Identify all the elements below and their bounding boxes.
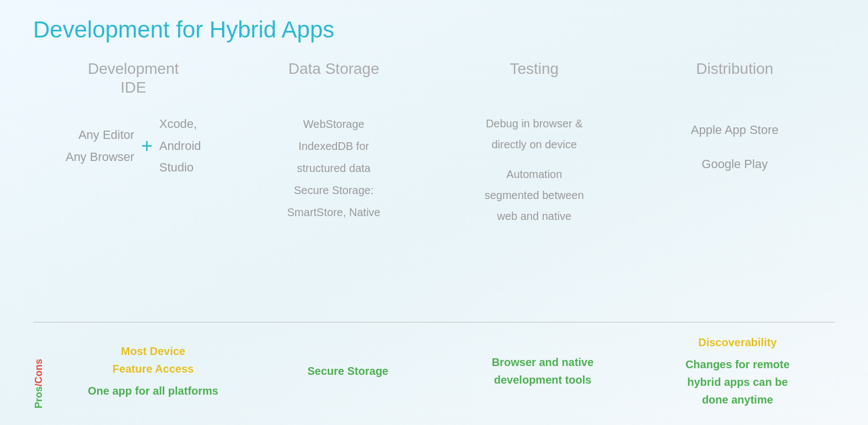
- col3-header-container: Testing: [434, 60, 635, 78]
- google-play-label: Google Play: [640, 147, 830, 181]
- automation-label: Automationsegmented betweenweb and nativ…: [440, 164, 629, 227]
- testing-column: Debug in browser &directly on device Aut…: [434, 113, 635, 227]
- section-divider: [33, 322, 835, 322]
- any-editor-label: Any Editor: [66, 124, 135, 146]
- indexeddb-label: IndexedDB forstructured data: [239, 135, 429, 179]
- page-title: Development for Hybrid Apps: [33, 17, 835, 43]
- debug-label: Debug in browser &directly on device: [440, 113, 629, 155]
- secure-storage-label: Secure Storage:SmartStore, Native: [239, 179, 429, 223]
- pros-cons-label: Pros/Cons: [33, 333, 45, 408]
- main-container: Development for Hybrid Apps DevelopmentI…: [0, 0, 868, 425]
- pros-label: Pros: [33, 386, 45, 408]
- distribution-content: Apple App Store Google Play: [640, 113, 830, 181]
- col2-header: Data Storage: [234, 60, 435, 78]
- col1-header: DevelopmentIDE: [33, 60, 234, 96]
- apple-app-store-label: Apple App Store: [640, 113, 830, 147]
- dev-ide-right: Xcode, Android Studio: [159, 113, 201, 179]
- data-storage-content: WebStorage IndexedDB forstructured data …: [239, 113, 429, 223]
- dev-ide-con-text: Most DeviceFeature Access: [112, 342, 194, 378]
- distribution-pro-text: Changes for remotehybrid apps can bedone…: [685, 356, 790, 408]
- col4-header: Distribution: [635, 60, 835, 78]
- dev-ide-left: Any Editor Any Browser: [66, 124, 135, 168]
- any-browser-label: Any Browser: [66, 146, 135, 168]
- headers-row: DevelopmentIDE Data Storage Testing Dist…: [33, 60, 835, 96]
- top-section: DevelopmentIDE Data Storage Testing Dist…: [33, 60, 835, 311]
- data-storage-pro-text: Secure Storage: [256, 362, 440, 380]
- bottom-cols: Most DeviceFeature Access One app for al…: [56, 333, 835, 408]
- cons-label: Cons: [33, 359, 45, 384]
- pros-cons-section: Pros/Cons Most DeviceFeature Access One …: [33, 333, 835, 414]
- webstorage-label: WebStorage: [239, 113, 429, 135]
- distribution-con-text: Discoverability: [698, 333, 776, 351]
- data-storage-pros: Secure Storage: [250, 333, 445, 408]
- dev-ide-pro-text: One app for all platforms: [88, 382, 218, 400]
- col1-header-container: DevelopmentIDE: [33, 60, 234, 96]
- android-label: Android: [159, 135, 201, 157]
- xcode-label: Xcode,: [159, 113, 201, 135]
- testing-pro-text: Browser and nativedevelopment tools: [451, 353, 635, 389]
- testing-pros: Browser and nativedevelopment tools: [446, 333, 640, 408]
- distribution-pros-cons: Discoverability Changes for remotehybrid…: [640, 333, 835, 408]
- slash-label: /: [33, 384, 45, 386]
- dev-ide-column: Any Editor Any Browser + Xcode, Android …: [33, 113, 234, 179]
- testing-content: Debug in browser &directly on device Aut…: [440, 113, 629, 227]
- plus-icon: +: [141, 131, 153, 161]
- dev-ide-pros: Most DeviceFeature Access One app for al…: [56, 333, 250, 408]
- studio-label: Studio: [159, 157, 201, 179]
- data-storage-column: WebStorage IndexedDB forstructured data …: [234, 113, 435, 223]
- dev-ide-pros-content: Most DeviceFeature Access One app for al…: [61, 342, 245, 400]
- col2-header-container: Data Storage: [234, 60, 435, 78]
- col4-header-container: Distribution: [635, 60, 835, 78]
- content-row: Any Editor Any Browser + Xcode, Android …: [33, 113, 835, 311]
- col3-header: Testing: [434, 60, 635, 78]
- distribution-pros-cons-content: Discoverability Changes for remotehybrid…: [646, 333, 829, 408]
- distribution-column: Apple App Store Google Play: [635, 113, 835, 181]
- dev-ide-content: Any Editor Any Browser + Xcode, Android …: [39, 113, 228, 179]
